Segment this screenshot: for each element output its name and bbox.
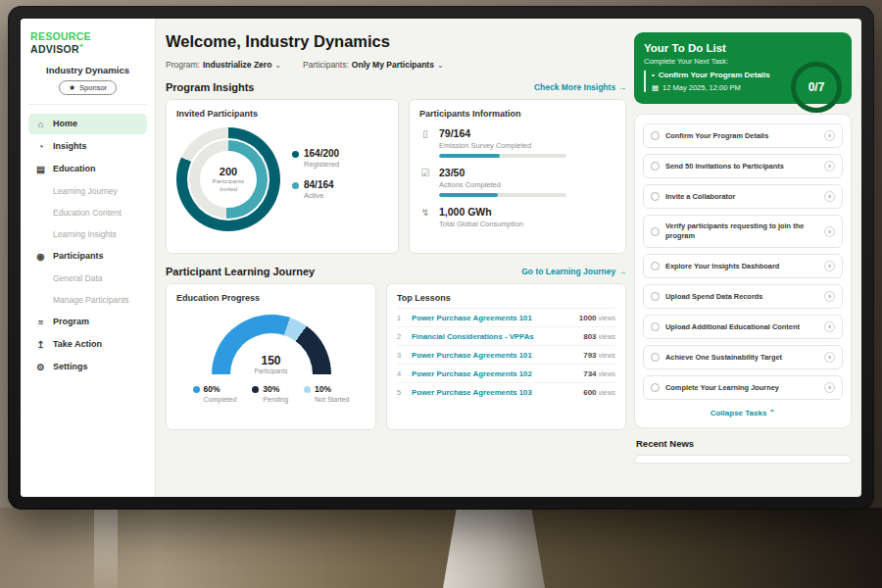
legend-pending: 30% Pending bbox=[252, 384, 288, 403]
task-label: Achieve One Sustainability Target bbox=[665, 353, 818, 363]
todo-panel: Your To Do List Complete Your Next Task:… bbox=[626, 19, 861, 497]
chevron-down-icon: ⌄ bbox=[437, 61, 444, 70]
legend-not-started: 10% Not Started bbox=[304, 384, 349, 403]
task-checkbox[interactable] bbox=[651, 262, 660, 270]
learning-journey-header: Participant Learning Journey Go to Learn… bbox=[166, 266, 626, 277]
recent-news-card bbox=[634, 455, 852, 464]
task-checkbox[interactable] bbox=[651, 383, 660, 392]
chevron-right-icon: › bbox=[824, 291, 835, 302]
task-checkbox[interactable] bbox=[651, 353, 660, 362]
education-center-label: Participants bbox=[212, 368, 331, 374]
chevron-glyph: › bbox=[828, 162, 831, 171]
chevron-right-icon: › bbox=[824, 382, 835, 393]
task-item-send-invitations[interactable]: Send 50 Invitations to Participants › bbox=[643, 154, 843, 178]
sidebar-item-general-data[interactable]: General Data bbox=[28, 269, 147, 288]
active-label: Active bbox=[304, 191, 334, 200]
sidebar-item-label: Education bbox=[53, 164, 96, 173]
registered-label: Registered bbox=[304, 160, 339, 169]
actions-progress-fill bbox=[439, 193, 498, 197]
collapse-tasks-link[interactable]: Collapse Tasks ⌃ bbox=[643, 406, 843, 423]
sidebar-item-program[interactable]: ≡ Program bbox=[28, 312, 147, 332]
invited-donut-center: 200 Participants Invited bbox=[200, 151, 257, 208]
pending-dot-icon bbox=[252, 386, 259, 393]
task-checkbox[interactable] bbox=[651, 162, 660, 171]
todo-progress-ring: 0/7 bbox=[791, 62, 842, 113]
participants-filter[interactable]: Participants: Only My Participants ⌄ bbox=[303, 60, 444, 70]
lesson-views: 803 views bbox=[583, 332, 615, 341]
task-item-verify-participants[interactable]: Verify participants requesting to join t… bbox=[643, 215, 843, 248]
task-item-confirm-program[interactable]: Confirm Your Program Details › bbox=[643, 123, 843, 148]
task-item-upload-educational-content[interactable]: Upload Additional Educational Content › bbox=[643, 315, 843, 339]
invited-legend: 164/200 Registered 84/164 Active bbox=[292, 148, 339, 211]
sidebar-item-participants[interactable]: ◉ Participants bbox=[28, 246, 147, 267]
lesson-link[interactable]: Power Purchase Agreements 102 bbox=[412, 369, 577, 378]
task-item-achieve-target[interactable]: Achieve One Sustainability Target › bbox=[643, 345, 843, 369]
consumption-label: Total Global Consumption bbox=[439, 220, 523, 228]
sidebar-item-label: Take Action bbox=[53, 339, 102, 349]
actions-value: 23/50 bbox=[439, 167, 566, 178]
sidebar-item-settings[interactable]: ⚙ Settings bbox=[28, 357, 147, 377]
arrow-right-icon: → bbox=[618, 82, 627, 92]
lesson-views-unit: views bbox=[597, 352, 615, 359]
sidebar-item-manage-participants[interactable]: Manage Participants bbox=[28, 290, 147, 310]
top-lessons-title: Top Lessons bbox=[397, 293, 615, 309]
lesson-views-unit: views bbox=[597, 389, 615, 396]
lesson-row: 1 Power Purchase Agreements 101 1000 vie… bbox=[397, 309, 615, 327]
lesson-rank: 5 bbox=[397, 388, 406, 397]
monitor-stand bbox=[443, 504, 545, 588]
program-filter[interactable]: Program: Industrialize Zero ⌄ bbox=[166, 60, 281, 70]
sponsor-badge[interactable]: ★ Sponsor bbox=[59, 80, 117, 95]
lesson-views-unit: views bbox=[597, 333, 615, 340]
completed-pct: 60% bbox=[204, 384, 220, 394]
lesson-link[interactable]: Power Purchase Agreements 101 bbox=[412, 351, 577, 360]
task-item-explore-insights[interactable]: Explore Your Insights Dashboard › bbox=[643, 254, 843, 278]
lesson-link[interactable]: Financial Considerations - VPPAs bbox=[412, 332, 577, 341]
sidebar-item-learning-insights[interactable]: Learning Insights bbox=[28, 224, 147, 244]
calendar-icon: ▦ bbox=[652, 83, 659, 92]
task-item-upload-spend-data[interactable]: Upload Spend Data Records › bbox=[643, 284, 843, 309]
task-checkbox[interactable] bbox=[651, 131, 660, 140]
invited-donut-wrap: 200 Participants Invited 164/200 Registe bbox=[176, 127, 388, 231]
info-row-actions: ☑ 23/50 Actions Completed bbox=[419, 167, 615, 197]
sidebar-item-learning-journey[interactable]: Learning Journey bbox=[28, 181, 147, 201]
sidebar-item-take-action[interactable]: ↥ Take Action bbox=[28, 334, 147, 355]
sidebar-item-home[interactable]: ⌂ Home bbox=[28, 114, 147, 134]
main-content: Welcome, Industry Dynamics Program: Indu… bbox=[156, 19, 626, 497]
lesson-link[interactable]: Power Purchase Agreements 103 bbox=[412, 388, 577, 397]
logo-advisor: ADVISOR bbox=[30, 43, 79, 55]
chevron-down-icon: ⌄ bbox=[274, 61, 281, 70]
actions-icon: ☑ bbox=[419, 167, 431, 197]
chevron-right-icon: › bbox=[824, 161, 835, 172]
go-to-learning-journey-link[interactable]: Go to Learning Journey → bbox=[521, 267, 626, 276]
lesson-views-value: 793 bbox=[583, 351, 596, 360]
sponsor-icon: ★ bbox=[69, 83, 75, 92]
legend-completed: 60% Completed bbox=[193, 384, 237, 403]
lesson-row: 3 Power Purchase Agreements 101 793 view… bbox=[397, 346, 615, 365]
participants-icon: ◉ bbox=[35, 251, 46, 262]
check-more-insights-link[interactable]: Check More Insights → bbox=[534, 82, 626, 92]
task-item-invite-collaborator[interactable]: Invite a Collaborator › bbox=[643, 184, 843, 209]
task-checkbox[interactable] bbox=[651, 292, 660, 301]
sidebar-item-label: Settings bbox=[53, 362, 88, 371]
todo-summary-card: Your To Do List Complete Your Next Task:… bbox=[634, 32, 852, 104]
sidebar-item-label: Manage Participants bbox=[53, 295, 129, 305]
participants-filter-value: Only My Participants bbox=[352, 60, 434, 70]
app-logo: RESOURCE ADVISOR+ bbox=[30, 30, 147, 55]
completed-dot-icon bbox=[193, 386, 200, 393]
task-item-complete-learning-journey[interactable]: Complete Your Learning Journey › bbox=[643, 375, 843, 400]
invited-card-title: Invited Participants bbox=[176, 109, 388, 119]
sidebar-item-education-content[interactable]: Education Content bbox=[28, 203, 147, 222]
invited-donut-gap: 200 Participants Invited bbox=[187, 138, 270, 220]
education-progress-card: Education Progress 150 Participants 60% bbox=[166, 283, 376, 430]
invited-participants-card: Invited Participants 200 Participants In… bbox=[166, 99, 399, 254]
task-checkbox[interactable] bbox=[651, 227, 660, 236]
lesson-rank: 1 bbox=[397, 314, 406, 322]
sidebar-item-education[interactable]: ▤ Education bbox=[28, 159, 147, 179]
lesson-rank: 2 bbox=[397, 332, 406, 341]
not-started-dot-icon bbox=[304, 386, 311, 393]
sidebar-item-insights[interactable]: ◔ Insights bbox=[28, 136, 147, 157]
task-checkbox[interactable] bbox=[651, 192, 660, 201]
actions-label: Actions Completed bbox=[439, 180, 566, 189]
lesson-link[interactable]: Power Purchase Agreements 101 bbox=[412, 314, 573, 322]
task-checkbox[interactable] bbox=[651, 322, 660, 331]
